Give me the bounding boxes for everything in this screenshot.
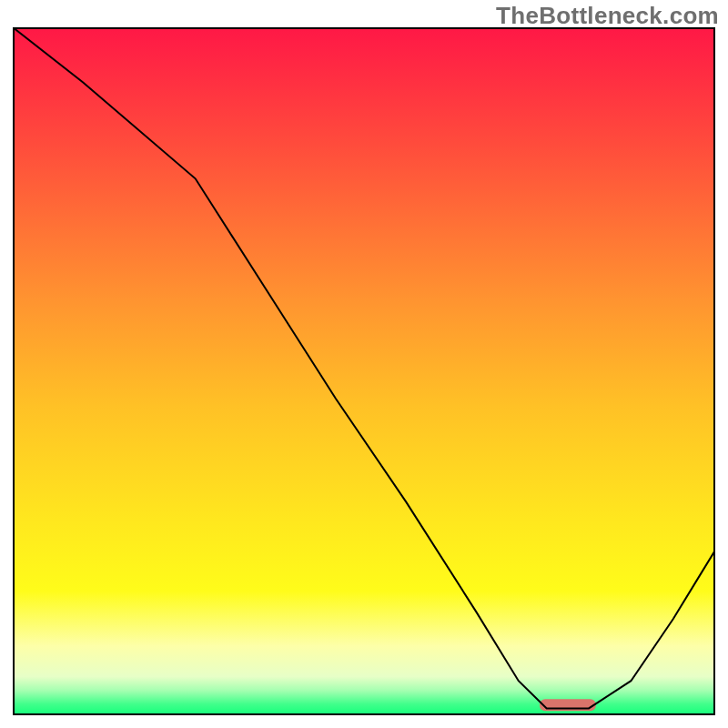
plot-background bbox=[14, 28, 714, 714]
bottleneck-chart: TheBottleneck.com bbox=[0, 0, 728, 728]
watermark-text: TheBottleneck.com bbox=[496, 2, 719, 30]
plot-svg bbox=[13, 27, 715, 715]
